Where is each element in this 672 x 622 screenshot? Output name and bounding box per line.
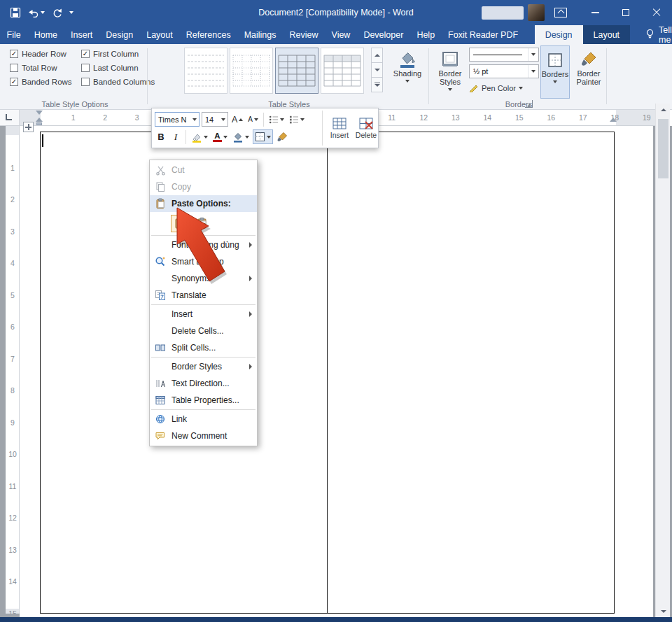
- menu-item-translate[interactable]: Translate: [150, 287, 257, 304]
- menu-item-cut[interactable]: Cut: [150, 162, 257, 178]
- scroll-up-icon[interactable]: [656, 104, 671, 115]
- first-line-indent-marker[interactable]: [36, 111, 43, 115]
- paste-keep-source-formatting-button[interactable]: [171, 215, 188, 232]
- pen-weight-combo[interactable]: ½ pt: [469, 64, 539, 78]
- smart-lookup-icon: [155, 256, 166, 267]
- menu-item-smart-lookup[interactable]: Smart Lookup: [150, 253, 257, 270]
- scroll-down-icon[interactable]: [656, 605, 671, 617]
- checkbox[interactable]: [81, 64, 90, 72]
- ribbon-tab[interactable]: Developer: [357, 25, 410, 44]
- border-styles-button[interactable]: Border Styles: [433, 45, 468, 99]
- menu-item-insert[interactable]: Insert: [150, 306, 257, 323]
- checkbox[interactable]: ✓: [81, 50, 90, 58]
- numbering-button[interactable]: [288, 112, 306, 127]
- ribbon-tab[interactable]: References: [179, 25, 237, 44]
- ribbon-tab[interactable]: Help: [410, 25, 442, 44]
- border-painter-button[interactable]: Border Painter: [573, 45, 605, 99]
- menu-item-split-cells[interactable]: Split Cells...: [150, 339, 257, 356]
- minimize-button[interactable]: [580, 0, 610, 25]
- hanging-indent-marker[interactable]: [36, 118, 43, 122]
- scrollbar-thumb[interactable]: [658, 119, 668, 178]
- ribbon-display-options-icon[interactable]: [554, 8, 567, 17]
- mini-toolbar-table-actions: Insert Delete: [322, 111, 379, 146]
- menu-item-border-styles[interactable]: Border Styles: [150, 358, 257, 375]
- highlight-button[interactable]: [190, 129, 209, 144]
- pen-color-button[interactable]: Pen Color: [469, 82, 539, 94]
- gallery-scroll-up-icon[interactable]: [371, 48, 383, 63]
- right-indent-marker[interactable]: [610, 118, 617, 122]
- bold-button[interactable]: B: [155, 129, 167, 144]
- undo-button[interactable]: [28, 8, 45, 17]
- ribbon-tab[interactable]: Insert: [64, 25, 99, 44]
- tab-table-design-active[interactable]: Design: [535, 25, 583, 44]
- style-option-checkbox[interactable]: ✓ First Column: [81, 50, 155, 58]
- gallery-scroll-down-icon[interactable]: [371, 62, 383, 78]
- customize-qat-icon[interactable]: [69, 11, 74, 14]
- shading-mini-button[interactable]: [231, 129, 251, 144]
- tab-stop-selector[interactable]: [0, 110, 20, 126]
- table-style-plain[interactable]: [184, 48, 227, 94]
- close-button[interactable]: [641, 0, 672, 25]
- italic-button[interactable]: I: [169, 129, 182, 144]
- ribbon-tab[interactable]: Mailings: [237, 25, 283, 44]
- style-option-checkbox[interactable]: Last Column: [81, 64, 155, 72]
- style-option-checkbox[interactable]: Total Row: [10, 64, 77, 72]
- ribbon-tab[interactable]: View: [325, 25, 357, 44]
- document-page[interactable]: [20, 126, 653, 617]
- ribbon-tab[interactable]: Home: [27, 25, 64, 44]
- ribbon-tab[interactable]: File: [0, 25, 27, 44]
- delete-cells-button[interactable]: Delete: [353, 111, 379, 146]
- menu-item-delete-cells[interactable]: Delete Cells...: [150, 323, 257, 339]
- ribbon-tab[interactable]: Foxit Reader PDF: [442, 25, 525, 44]
- checkbox[interactable]: [10, 64, 18, 72]
- account-name-redacted[interactable]: [482, 6, 524, 20]
- style-option-checkbox[interactable]: ✓ Banded Rows: [10, 78, 77, 86]
- checkbox[interactable]: ✓: [10, 78, 18, 86]
- checkbox[interactable]: ✓: [10, 50, 18, 58]
- undo-dropdown-icon[interactable]: [41, 11, 45, 14]
- bullets-button[interactable]: [267, 112, 286, 127]
- maximize-button[interactable]: [610, 0, 641, 25]
- shrink-font-button[interactable]: A: [246, 112, 260, 127]
- checkbox-label: Header Row: [22, 50, 66, 58]
- menu-item-table-properties[interactable]: Table Properties...: [150, 392, 257, 409]
- titlebar: Document2 [Compatibility Mode] - Word: [0, 0, 672, 25]
- pen-line-style-combo[interactable]: [469, 48, 539, 62]
- paste-as-picture-button[interactable]: [193, 215, 211, 232]
- save-icon[interactable]: [10, 7, 21, 18]
- tell-me-box[interactable]: Tell me: [640, 25, 672, 44]
- font-color-button[interactable]: A: [211, 129, 229, 144]
- ribbon-tab[interactable]: Design: [99, 25, 140, 44]
- ribbon-tab[interactable]: Layout: [140, 25, 180, 44]
- menu-item-copy[interactable]: Copy: [150, 178, 257, 195]
- word-window: Document2 [Compatibility Mode] - Word Fi…: [0, 0, 672, 622]
- table-style-grid-light[interactable]: [321, 48, 364, 94]
- tab-table-layout[interactable]: Layout: [583, 25, 631, 44]
- borders-button[interactable]: Borders: [540, 45, 570, 99]
- redo-button[interactable]: [52, 8, 62, 18]
- menu-item-font-common[interactable]: Font thường dùng: [150, 236, 257, 253]
- menu-item-link[interactable]: Link: [150, 411, 257, 427]
- user-avatar[interactable]: [528, 4, 545, 21]
- copy-icon: [155, 181, 166, 192]
- style-option-checkbox[interactable]: Banded Columns: [81, 78, 155, 86]
- borders-mini-button[interactable]: [253, 129, 273, 144]
- ribbon-tab[interactable]: Review: [283, 25, 325, 44]
- checkbox[interactable]: [81, 78, 90, 86]
- vertical-scrollbar[interactable]: [655, 104, 670, 617]
- left-indent-marker[interactable]: [36, 122, 42, 125]
- insert-cells-button[interactable]: Insert: [326, 111, 353, 146]
- format-painter-button[interactable]: [275, 129, 289, 144]
- shading-button[interactable]: Shading: [389, 45, 426, 99]
- menu-item-text-direction[interactable]: Text Direction...: [150, 375, 257, 392]
- menu-item-new-comment[interactable]: New Comment: [150, 427, 257, 444]
- table-style-dotted-grid[interactable]: [230, 48, 273, 94]
- table-move-handle[interactable]: [23, 122, 34, 132]
- gallery-more-icon[interactable]: [371, 77, 383, 92]
- style-option-checkbox[interactable]: ✓ Header Row: [10, 50, 77, 58]
- menu-item-synonyms[interactable]: Synonyms: [150, 270, 257, 287]
- table-style-grid-selected[interactable]: [275, 48, 318, 94]
- font-name-combo[interactable]: Times N: [155, 112, 200, 127]
- grow-font-button[interactable]: A: [230, 112, 244, 127]
- font-size-combo[interactable]: 14: [202, 112, 228, 127]
